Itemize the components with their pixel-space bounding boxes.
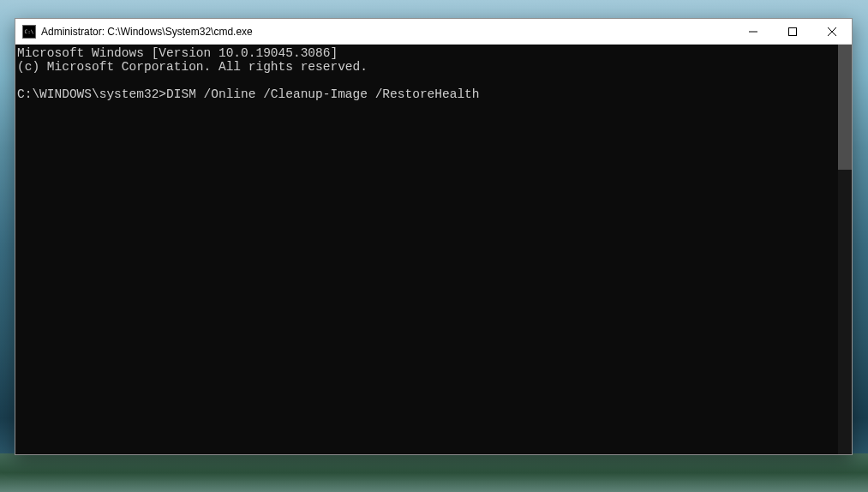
scrollbar-thumb[interactable] [838, 45, 852, 170]
minimize-icon [749, 27, 757, 36]
cmd-icon [22, 25, 36, 39]
maximize-button[interactable] [773, 19, 812, 44]
scrollbar[interactable] [838, 45, 852, 454]
maximize-icon [788, 27, 797, 36]
svg-rect-1 [789, 27, 797, 35]
close-button[interactable] [812, 19, 852, 44]
terminal-prompt: C:\WINDOWS\system32> [17, 87, 166, 101]
window-title: Administrator: C:\Windows\System32\cmd.e… [41, 26, 733, 38]
terminal-area: Microsoft Windows [Version 10.0.19045.30… [15, 45, 852, 454]
terminal-output[interactable]: Microsoft Windows [Version 10.0.19045.30… [15, 45, 838, 454]
terminal-line-version: Microsoft Windows [Version 10.0.19045.30… [17, 46, 338, 60]
close-icon [828, 27, 836, 36]
window-controls [733, 19, 852, 44]
titlebar[interactable]: Administrator: C:\Windows\System32\cmd.e… [15, 19, 852, 45]
terminal-command: DISM /Online /Cleanup-Image /RestoreHeal… [166, 87, 479, 101]
minimize-button[interactable] [733, 19, 773, 44]
terminal-line-copyright: (c) Microsoft Corporation. All rights re… [17, 60, 368, 74]
cmd-window: Administrator: C:\Windows\System32\cmd.e… [15, 18, 853, 455]
